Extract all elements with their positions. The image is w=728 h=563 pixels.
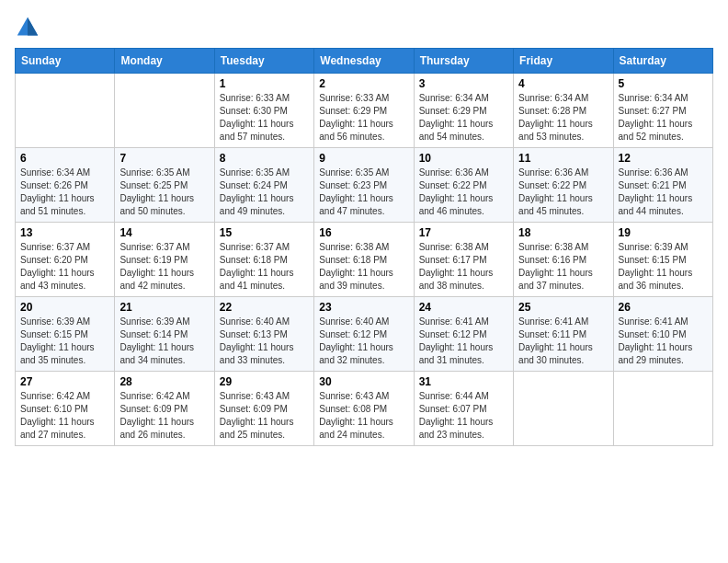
svg-marker-1	[28, 17, 38, 36]
day-number: 5	[619, 77, 708, 90]
calendar-week-row: 1Sunrise: 6:33 AM Sunset: 6:30 PM Daylig…	[16, 74, 713, 148]
calendar-cell: 8Sunrise: 6:35 AM Sunset: 6:24 PM Daylig…	[214, 148, 313, 223]
calendar-cell: 30Sunrise: 6:43 AM Sunset: 6:08 PM Dayli…	[314, 372, 414, 446]
day-number: 24	[419, 301, 508, 314]
calendar-cell: 10Sunrise: 6:36 AM Sunset: 6:22 PM Dayli…	[414, 148, 513, 223]
day-number: 21	[119, 301, 209, 314]
day-number: 23	[319, 301, 408, 314]
calendar-cell: 28Sunrise: 6:42 AM Sunset: 6:09 PM Dayli…	[115, 372, 214, 446]
day-info: Sunrise: 6:37 AM Sunset: 6:18 PM Dayligh…	[220, 241, 309, 293]
day-info: Sunrise: 6:39 AM Sunset: 6:15 PM Dayligh…	[20, 316, 109, 367]
calendar-cell: 9Sunrise: 6:35 AM Sunset: 6:23 PM Daylig…	[314, 148, 414, 223]
day-number: 22	[220, 301, 309, 314]
day-number: 6	[20, 152, 109, 165]
day-info: Sunrise: 6:44 AM Sunset: 6:07 PM Dayligh…	[419, 390, 508, 442]
day-info: Sunrise: 6:39 AM Sunset: 6:14 PM Dayligh…	[119, 316, 209, 367]
calendar-cell: 23Sunrise: 6:40 AM Sunset: 6:12 PM Dayli…	[314, 297, 414, 372]
calendar-cell: 17Sunrise: 6:38 AM Sunset: 6:17 PM Dayli…	[414, 223, 513, 297]
calendar-cell: 13Sunrise: 6:37 AM Sunset: 6:20 PM Dayli…	[16, 223, 115, 297]
weekday-header: Sunday	[16, 49, 115, 74]
calendar-week-row: 6Sunrise: 6:34 AM Sunset: 6:26 PM Daylig…	[16, 148, 713, 223]
calendar-week-row: 13Sunrise: 6:37 AM Sunset: 6:20 PM Dayli…	[16, 223, 713, 297]
calendar-cell: 12Sunrise: 6:36 AM Sunset: 6:21 PM Dayli…	[613, 148, 712, 223]
calendar-cell: 25Sunrise: 6:41 AM Sunset: 6:11 PM Dayli…	[514, 297, 613, 372]
calendar-table: SundayMondayTuesdayWednesdayThursdayFrid…	[15, 48, 713, 446]
calendar-cell: 16Sunrise: 6:38 AM Sunset: 6:18 PM Dayli…	[314, 223, 414, 297]
day-info: Sunrise: 6:38 AM Sunset: 6:16 PM Dayligh…	[518, 241, 608, 293]
calendar-cell: 11Sunrise: 6:36 AM Sunset: 6:22 PM Dayli…	[514, 148, 613, 223]
calendar-cell: 18Sunrise: 6:38 AM Sunset: 6:16 PM Dayli…	[514, 223, 613, 297]
day-info: Sunrise: 6:43 AM Sunset: 6:09 PM Dayligh…	[220, 390, 309, 442]
calendar-cell	[613, 372, 712, 446]
weekday-header-row: SundayMondayTuesdayWednesdayThursdayFrid…	[16, 49, 713, 74]
day-info: Sunrise: 6:34 AM Sunset: 6:26 PM Dayligh…	[20, 167, 109, 218]
calendar-cell: 27Sunrise: 6:42 AM Sunset: 6:10 PM Dayli…	[16, 372, 115, 446]
day-info: Sunrise: 6:39 AM Sunset: 6:15 PM Dayligh…	[619, 241, 708, 293]
day-info: Sunrise: 6:37 AM Sunset: 6:20 PM Dayligh…	[20, 241, 109, 293]
calendar-cell: 19Sunrise: 6:39 AM Sunset: 6:15 PM Dayli…	[613, 223, 712, 297]
calendar-cell: 2Sunrise: 6:33 AM Sunset: 6:29 PM Daylig…	[314, 74, 414, 148]
calendar-cell: 7Sunrise: 6:35 AM Sunset: 6:25 PM Daylig…	[115, 148, 214, 223]
calendar-cell: 21Sunrise: 6:39 AM Sunset: 6:14 PM Dayli…	[115, 297, 214, 372]
day-number: 2	[319, 77, 408, 90]
logo	[15, 15, 44, 40]
day-number: 19	[619, 226, 708, 239]
day-number: 12	[619, 152, 708, 165]
calendar-cell: 5Sunrise: 6:34 AM Sunset: 6:27 PM Daylig…	[613, 74, 712, 148]
day-number: 29	[220, 375, 309, 388]
day-info: Sunrise: 6:36 AM Sunset: 6:22 PM Dayligh…	[419, 167, 508, 218]
day-info: Sunrise: 6:33 AM Sunset: 6:29 PM Dayligh…	[319, 92, 408, 144]
calendar-cell: 29Sunrise: 6:43 AM Sunset: 6:09 PM Dayli…	[214, 372, 313, 446]
weekday-header: Monday	[115, 49, 214, 74]
calendar-week-row: 20Sunrise: 6:39 AM Sunset: 6:15 PM Dayli…	[16, 297, 713, 372]
day-info: Sunrise: 6:37 AM Sunset: 6:19 PM Dayligh…	[119, 241, 209, 293]
calendar-cell: 4Sunrise: 6:34 AM Sunset: 6:28 PM Daylig…	[514, 74, 613, 148]
day-number: 10	[419, 152, 508, 165]
page-header	[15, 15, 713, 40]
day-number: 8	[220, 152, 309, 165]
calendar-cell: 20Sunrise: 6:39 AM Sunset: 6:15 PM Dayli…	[16, 297, 115, 372]
day-info: Sunrise: 6:41 AM Sunset: 6:11 PM Dayligh…	[518, 316, 608, 367]
day-number: 15	[220, 226, 309, 239]
calendar-cell: 1Sunrise: 6:33 AM Sunset: 6:30 PM Daylig…	[214, 74, 313, 148]
day-number: 31	[419, 375, 508, 388]
day-info: Sunrise: 6:34 AM Sunset: 6:27 PM Dayligh…	[619, 92, 708, 144]
day-number: 9	[319, 152, 408, 165]
day-info: Sunrise: 6:42 AM Sunset: 6:10 PM Dayligh…	[20, 390, 109, 442]
day-info: Sunrise: 6:38 AM Sunset: 6:18 PM Dayligh…	[319, 241, 408, 293]
day-info: Sunrise: 6:34 AM Sunset: 6:28 PM Dayligh…	[518, 92, 608, 144]
day-number: 7	[119, 152, 209, 165]
day-number: 26	[619, 301, 708, 314]
day-number: 11	[518, 152, 608, 165]
logo-icon	[15, 15, 40, 40]
calendar-cell	[16, 74, 115, 148]
calendar-cell: 31Sunrise: 6:44 AM Sunset: 6:07 PM Dayli…	[414, 372, 513, 446]
day-number: 17	[419, 226, 508, 239]
day-info: Sunrise: 6:40 AM Sunset: 6:12 PM Dayligh…	[319, 316, 408, 367]
day-number: 27	[20, 375, 109, 388]
day-number: 28	[119, 375, 209, 388]
weekday-header: Thursday	[414, 49, 513, 74]
day-number: 1	[220, 77, 309, 90]
day-number: 30	[319, 375, 408, 388]
day-number: 20	[20, 301, 109, 314]
calendar-week-row: 27Sunrise: 6:42 AM Sunset: 6:10 PM Dayli…	[16, 372, 713, 446]
calendar-cell: 15Sunrise: 6:37 AM Sunset: 6:18 PM Dayli…	[214, 223, 313, 297]
day-number: 16	[319, 226, 408, 239]
day-info: Sunrise: 6:41 AM Sunset: 6:10 PM Dayligh…	[619, 316, 708, 367]
day-number: 18	[518, 226, 608, 239]
calendar-cell	[115, 74, 214, 148]
day-number: 14	[119, 226, 209, 239]
day-info: Sunrise: 6:34 AM Sunset: 6:29 PM Dayligh…	[419, 92, 508, 144]
weekday-header: Friday	[514, 49, 613, 74]
calendar-cell: 6Sunrise: 6:34 AM Sunset: 6:26 PM Daylig…	[16, 148, 115, 223]
calendar-cell: 22Sunrise: 6:40 AM Sunset: 6:13 PM Dayli…	[214, 297, 313, 372]
calendar-cell	[514, 372, 613, 446]
calendar-cell: 14Sunrise: 6:37 AM Sunset: 6:19 PM Dayli…	[115, 223, 214, 297]
day-info: Sunrise: 6:35 AM Sunset: 6:24 PM Dayligh…	[220, 167, 309, 218]
day-info: Sunrise: 6:33 AM Sunset: 6:30 PM Dayligh…	[220, 92, 309, 144]
day-info: Sunrise: 6:40 AM Sunset: 6:13 PM Dayligh…	[220, 316, 309, 367]
day-number: 3	[419, 77, 508, 90]
day-info: Sunrise: 6:35 AM Sunset: 6:25 PM Dayligh…	[119, 167, 209, 218]
weekday-header: Tuesday	[214, 49, 313, 74]
